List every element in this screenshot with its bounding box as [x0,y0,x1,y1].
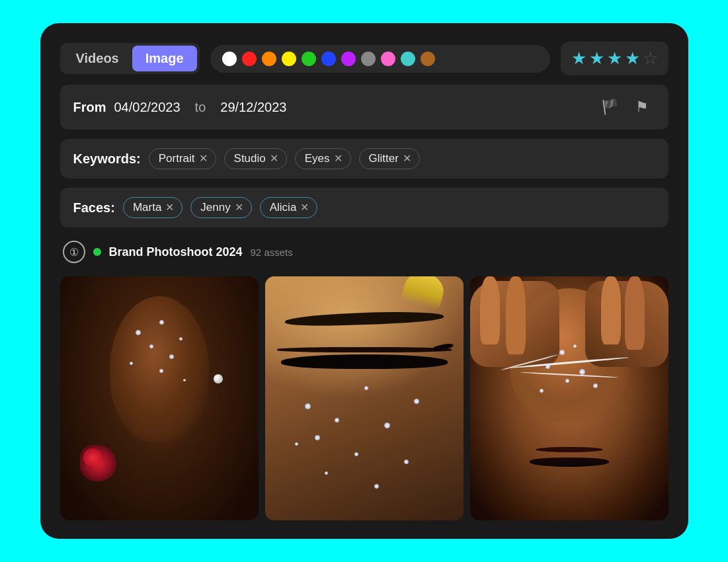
keyword-tag-portrait[interactable]: Portrait ✕ [149,148,216,169]
keyword-tag-glitter-label: Glitter [369,152,399,165]
star-1[interactable]: ★ [571,48,586,69]
date-filter-row: From 04/02/2023 to 29/12/2023 🏴 ⚑ [60,85,668,130]
keyword-tag-studio-close[interactable]: ✕ [270,153,278,164]
face-tag-jenny-label: Jenny [200,201,230,214]
color-green[interactable] [302,52,316,66]
image-card-1[interactable] [60,276,259,520]
album-number: ① [63,241,85,263]
keyword-tag-glitter[interactable]: Glitter ✕ [359,148,420,169]
album-row: ① Brand Photoshoot 2024 92 assets [60,237,668,267]
to-date[interactable]: 29/12/2023 [220,100,286,115]
faces-label: Faces: [73,200,115,216]
app-window: Videos Image ★ ★ ★ ★ ☆ From 04/02/2023 [40,23,688,539]
image-grid [60,276,668,520]
star-2[interactable]: ★ [589,48,604,69]
keyword-tag-glitter-close[interactable]: ✕ [403,153,411,164]
color-gray[interactable] [361,52,376,66]
color-pink[interactable] [381,52,395,66]
face-tag-marta-label: Marta [133,201,161,214]
from-label: From [73,100,106,115]
keyword-tag-studio-label: Studio [234,152,266,165]
keyword-tag-eyes-label: Eyes [305,152,330,165]
album-name: Brand Photoshoot 2024 [109,245,243,259]
face-tag-alicia[interactable]: Alicia ✕ [260,197,318,218]
flag-active-button[interactable]: 🏴 [597,94,624,120]
color-yellow[interactable] [282,52,296,66]
album-active-dot [93,248,101,256]
face-tag-jenny[interactable]: Jenny ✕ [190,197,251,218]
color-cyan[interactable] [401,52,415,66]
keyword-tag-portrait-label: Portrait [159,152,195,165]
face-tag-jenny-close[interactable]: ✕ [235,202,243,213]
color-purple[interactable] [341,52,356,66]
image-card-2[interactable] [265,276,464,520]
color-brown[interactable] [421,52,435,66]
videos-button[interactable]: Videos [63,46,132,71]
to-label: to [195,100,206,115]
keyword-tag-eyes[interactable]: Eyes ✕ [295,148,351,169]
face-tag-alicia-close[interactable]: ✕ [300,202,309,213]
face-tag-marta-close[interactable]: ✕ [165,202,174,213]
type-toggle: Videos Image [60,43,200,74]
keyword-tag-portrait-close[interactable]: ✕ [199,153,208,164]
keywords-row: Keywords: Portrait ✕ Studio ✕ Eyes ✕ Gli… [60,139,668,179]
keywords-label: Keywords: [73,151,141,167]
star-rating: ★ ★ ★ ★ ☆ [561,42,668,75]
faces-row: Faces: Marta ✕ Jenny ✕ Alicia ✕ [60,188,668,227]
color-white[interactable] [222,52,237,66]
color-red[interactable] [242,52,257,66]
face-tag-alicia-label: Alicia [270,201,297,214]
face-tag-marta[interactable]: Marta ✕ [123,197,182,218]
top-bar: Videos Image ★ ★ ★ ★ ☆ [60,42,668,75]
date-actions: 🏴 ⚑ [597,94,655,120]
album-count: 92 assets [251,247,293,258]
flag-inactive-button[interactable]: ⚑ [629,94,655,120]
color-orange[interactable] [262,52,276,66]
star-3[interactable]: ★ [607,48,622,69]
from-date[interactable]: 04/02/2023 [114,100,181,115]
color-blue[interactable] [321,52,336,66]
keyword-tag-studio[interactable]: Studio ✕ [224,148,287,169]
star-4[interactable]: ★ [625,48,640,69]
image-card-3[interactable] [470,276,668,520]
color-filter [210,45,550,73]
image-button[interactable]: Image [132,46,197,71]
star-5[interactable]: ☆ [643,48,658,69]
keyword-tag-eyes-close[interactable]: ✕ [334,153,343,164]
